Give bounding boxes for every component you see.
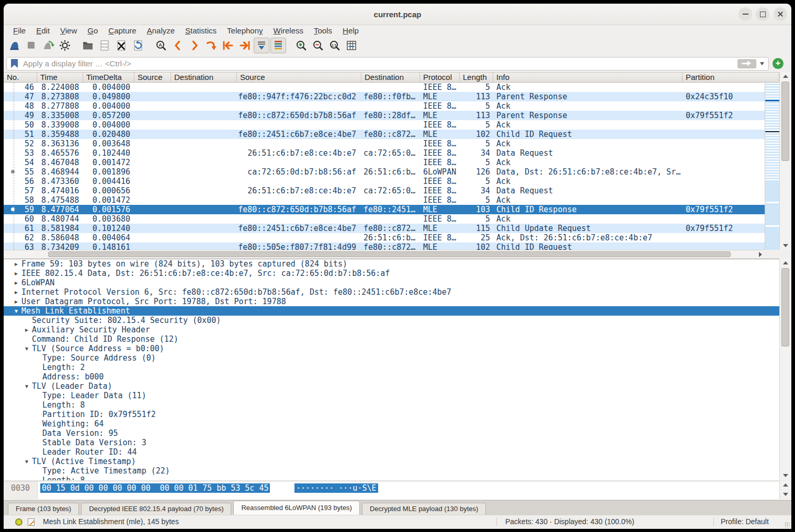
- column-header-length-8[interactable]: Length: [460, 73, 493, 82]
- zoom-in-button[interactable]: [293, 38, 309, 53]
- maximize-button[interactable]: [756, 7, 769, 21]
- packet-row[interactable]: 498.3350080.057200fe80::c872:650d:b7b8:5…: [4, 111, 765, 120]
- menu-statistics[interactable]: Statistics: [180, 26, 222, 35]
- scroll-up-icon[interactable]: [780, 481, 791, 489]
- go-forward-button[interactable]: [187, 38, 202, 53]
- go-back-button[interactable]: [170, 38, 186, 53]
- packet-row[interactable]: 608.4807440.003680IEEE 8…5Ack: [4, 214, 765, 224]
- detail-line[interactable]: ▾TLV (Source Address = b0:00): [4, 344, 779, 353]
- column-header-no-0[interactable]: No.: [4, 73, 37, 82]
- packet-row[interactable]: 638.7342090.148161fe80::505e:f807:7f81:4…: [4, 242, 765, 250]
- stop-capture-button[interactable]: [24, 38, 39, 53]
- column-header-time-1[interactable]: Time: [37, 73, 83, 82]
- expander-open-icon[interactable]: ▾: [21, 344, 32, 353]
- scrollbar-thumb[interactable]: [781, 82, 789, 161]
- menu-wireless[interactable]: Wireless: [268, 26, 309, 35]
- scroll-right-icon[interactable]: [756, 250, 765, 258]
- menu-tools[interactable]: Tools: [309, 26, 337, 35]
- packet-minimap[interactable]: [765, 83, 780, 250]
- packet-row[interactable]: 478.2738080.049800fe80::947f:f476:22bc:c…: [4, 92, 765, 101]
- column-header-source-3[interactable]: Source: [134, 73, 171, 82]
- menu-file[interactable]: File: [8, 26, 31, 35]
- colorize-button[interactable]: [270, 38, 286, 53]
- packet-row[interactable]: 548.4670480.001472IEEE 8…5Ack: [4, 158, 765, 167]
- detail-line[interactable]: ▸Internet Protocol Version 6, Src: fe80:…: [4, 287, 779, 297]
- packet-row[interactable]: 508.3390080.004000IEEE 8…5Ack: [4, 120, 765, 130]
- close-file-button[interactable]: [113, 38, 129, 53]
- detail-line[interactable]: Security Suite: 802.15.4 Security (0x00): [4, 316, 779, 325]
- byte-tab[interactable]: Frame (103 bytes): [8, 503, 79, 515]
- expander-open-icon[interactable]: ▾: [21, 457, 32, 466]
- expander-closed-icon[interactable]: ▸: [11, 259, 21, 269]
- expander-closed-icon[interactable]: ▸: [11, 297, 21, 306]
- packet-row-selected[interactable]: 598.4770640.001576fe80::c872:650d:b7b8:5…: [4, 205, 765, 214]
- menu-view[interactable]: View: [55, 26, 82, 35]
- packet-row[interactable]: 488.2778080.004000IEEE 8…5Ack: [4, 101, 765, 111]
- detail-line[interactable]: Weighting: 64: [4, 419, 779, 429]
- detail-line-selected[interactable]: ▾Mesh Link Establishment: [4, 306, 779, 316]
- find-packet-button[interactable]: A: [153, 38, 169, 53]
- scroll-down-icon[interactable]: [780, 471, 791, 480]
- display-filter-box[interactable]: [6, 57, 769, 71]
- expander-open-icon[interactable]: ▾: [11, 306, 21, 316]
- restart-capture-button[interactable]: [40, 38, 56, 53]
- auto-scroll-button[interactable]: [254, 38, 269, 53]
- save-file-button[interactable]: 01010110: [97, 38, 112, 53]
- expander-closed-icon[interactable]: ▸: [11, 278, 21, 287]
- detail-line[interactable]: ▾TLV (Active Timestamp): [4, 457, 779, 466]
- byte-tab-active[interactable]: Reassembled 6LoWPAN (193 bytes): [233, 501, 359, 515]
- menu-go[interactable]: Go: [82, 26, 103, 35]
- hex-bytes-selected[interactable]: 00 15 0d 00 00 00 00 00 00 00 01 75 bb 5…: [40, 483, 270, 493]
- detail-line[interactable]: Address: b000: [4, 372, 779, 381]
- resize-grip[interactable]: [785, 522, 790, 527]
- packet-row[interactable]: 528.3631360.003648IEEE 8…5Ack: [4, 139, 765, 148]
- menu-capture[interactable]: Capture: [103, 26, 141, 35]
- start-capture-button[interactable]: [7, 38, 22, 53]
- packet-row[interactable]: 518.3594880.020480fe80::2451:c6b7:e8ce:4…: [4, 130, 765, 139]
- detail-line[interactable]: ▾TLV (Leader Data): [4, 381, 779, 391]
- hscrollbar-thumb[interactable]: [48, 251, 731, 257]
- hex-pane-scrollbar[interactable]: [779, 481, 791, 499]
- expander-closed-icon[interactable]: ▸: [11, 269, 21, 278]
- menu-analyze[interactable]: Analyze: [142, 26, 180, 35]
- column-header-destination-6[interactable]: Destination: [361, 73, 420, 82]
- filter-bookmark-icon[interactable]: [11, 59, 18, 68]
- column-header-timedelta-2[interactable]: TimeDelta: [83, 73, 134, 82]
- detail-line[interactable]: Length: 8: [4, 476, 779, 480]
- packet-row[interactable]: 468.2240080.004000IEEE 8…5Ack: [4, 83, 765, 92]
- close-button[interactable]: [774, 7, 787, 21]
- menu-help[interactable]: Help: [337, 26, 364, 35]
- last-packet-button[interactable]: [237, 38, 253, 53]
- expander-open-icon[interactable]: ▾: [21, 381, 32, 391]
- expander-closed-icon[interactable]: ▸: [21, 325, 32, 334]
- scroll-up-icon[interactable]: [780, 72, 791, 80]
- capture-comment-icon[interactable]: [28, 518, 35, 526]
- detail-line[interactable]: Length: 8: [4, 400, 779, 410]
- packet-row[interactable]: 618.5819840.101240fe80::2451:c6b7:e8ce:4…: [4, 224, 765, 233]
- zoom-out-button[interactable]: [310, 38, 326, 53]
- detail-line[interactable]: Stable Data Version: 3: [4, 438, 779, 447]
- hex-ascii-selected[interactable]: ········ ···u·S\E: [294, 483, 378, 493]
- detail-line[interactable]: Partition ID: 0x79f551f2: [4, 410, 779, 419]
- detail-line[interactable]: Type: Leader Data (11): [4, 391, 779, 400]
- detail-line[interactable]: Type: Active Timestamp (22): [4, 466, 779, 476]
- column-header-source-5[interactable]: Source: [237, 73, 361, 82]
- detail-line[interactable]: Leader Router ID: 44: [4, 447, 779, 457]
- reload-button[interactable]: [130, 38, 146, 53]
- filter-dropdown-caret[interactable]: [760, 62, 764, 65]
- expander-closed-icon[interactable]: ▸: [11, 287, 21, 297]
- display-filter-input[interactable]: [22, 59, 737, 68]
- column-header-info-9[interactable]: Info: [493, 73, 683, 82]
- scroll-down-icon[interactable]: [780, 241, 791, 250]
- detail-line[interactable]: ▸6LoWPAN: [4, 278, 779, 287]
- packet-row[interactable]: 568.4733600.004416IEEE 8…5Ack: [4, 177, 765, 186]
- packet-row[interactable]: 588.4754880.001472IEEE 8…5Ack: [4, 195, 765, 205]
- scrollbar-thumb[interactable]: [781, 268, 789, 346]
- packet-list-scrollbar[interactable]: [779, 72, 791, 250]
- detail-line[interactable]: Data Version: 95: [4, 429, 779, 438]
- minimize-button[interactable]: [739, 7, 752, 21]
- packet-row[interactable]: 558.4689440.001896ca:72:65:0d:b7:b8:56:a…: [4, 167, 765, 177]
- column-header-destination-4[interactable]: Destination: [171, 73, 237, 82]
- detail-line[interactable]: Type: Source Address (0): [4, 353, 779, 363]
- open-file-button[interactable]: [80, 38, 96, 53]
